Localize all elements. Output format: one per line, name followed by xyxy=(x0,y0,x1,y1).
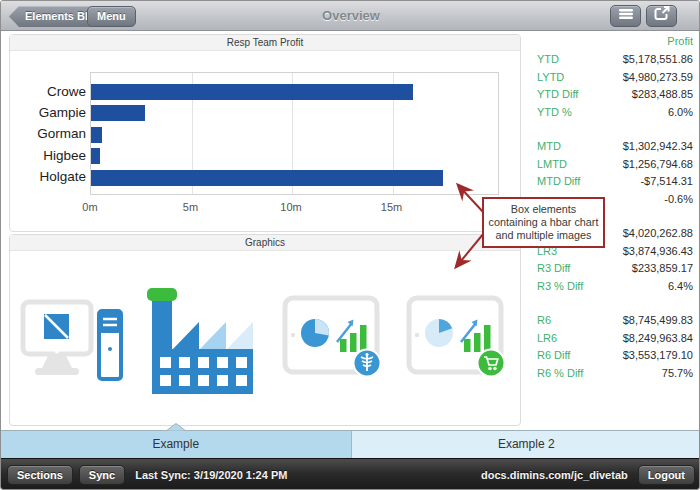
sidebar-row: MTD$1,302,942.34 xyxy=(523,138,700,156)
tablet-shopping-graphic xyxy=(406,295,510,385)
annotation-line: containing a hbar chart xyxy=(484,216,603,229)
sidebar-row-label: R6 xyxy=(523,312,607,330)
category-label-gorman: Gorman xyxy=(12,125,86,142)
sidebar-row: YTD %6.0% xyxy=(523,104,700,122)
bar-higbee[interactable] xyxy=(91,148,100,164)
hbar-plot xyxy=(90,72,499,195)
bottom-tab-bar: Example Example 2 xyxy=(1,430,700,458)
sidebar-row-value: $5,178,551.86 xyxy=(607,51,700,69)
sidebar-row: LR6$8,249,963.84 xyxy=(523,330,700,348)
x-tick-label: 10m xyxy=(280,201,301,213)
bar-gampie[interactable] xyxy=(91,105,145,121)
x-tick-label: 5m xyxy=(183,201,198,213)
sidebar-row-value: $283,488.85 xyxy=(607,86,700,104)
sections-button[interactable]: Sections xyxy=(7,465,73,485)
top-bar: Elements Block Menu Overview xyxy=(1,1,700,31)
tab-example[interactable]: Example xyxy=(1,431,351,458)
logout-button[interactable]: Logout xyxy=(638,465,695,485)
bar-crowe[interactable] xyxy=(91,84,413,100)
medical-badge-icon xyxy=(354,350,381,377)
annotation-line: and multiple images xyxy=(484,229,603,242)
annotation-callout: Box elements containing a hbar chart and… xyxy=(482,197,605,248)
sidebar-row-label: MTD xyxy=(523,138,607,156)
sidebar-row-label: YTD % xyxy=(523,104,607,122)
sidebar-row-value: $8,745,499.83 xyxy=(607,312,700,330)
sidebar-row-label: R6 % Diff xyxy=(523,365,607,383)
sidebar-row-label: YTD xyxy=(523,51,607,69)
tablet-medical-graphic xyxy=(282,295,386,385)
sidebar-row-value: 75.7% xyxy=(607,365,700,383)
chart-panel-title: Resp Team Profit xyxy=(10,35,520,51)
sidebar-row: R6 Diff$3,553,179.10 xyxy=(523,347,700,365)
sidebar-row: R6$8,745,499.83 xyxy=(523,312,700,330)
sidebar-row: YTD$5,178,551.86 xyxy=(523,51,700,69)
desktop-computer-graphic xyxy=(20,299,124,391)
share-icon xyxy=(653,6,670,27)
list-button[interactable] xyxy=(610,5,641,27)
sidebar-header: Profit xyxy=(523,31,700,51)
shopping-cart-badge-icon xyxy=(478,350,505,377)
category-label-higbee: Higbee xyxy=(12,147,86,164)
sync-button[interactable]: Sync xyxy=(79,465,125,485)
category-label-holgate: Holgate xyxy=(12,168,86,185)
sidebar-row-label: R6 Diff xyxy=(523,347,607,365)
status-bar: Sections Sync Last Sync: 3/19/2020 1:24 … xyxy=(1,458,700,490)
sidebar-row: YTD Diff$283,488.85 xyxy=(523,86,700,104)
sidebar-row-value: $3,553,179.10 xyxy=(607,347,700,365)
sidebar-row: R6 % Diff75.7% xyxy=(523,365,700,383)
list-icon xyxy=(618,7,634,26)
sidebar-row-value: 6.0% xyxy=(607,104,700,122)
sidebar-row-label: LR6 xyxy=(523,330,607,348)
sidebar-row-value: $4,980,273.59 xyxy=(607,69,700,87)
bar-gorman[interactable] xyxy=(91,127,102,143)
sidebar-row: LYTD$4,980,273.59 xyxy=(523,69,700,87)
category-label-gampie: Gampie xyxy=(12,104,86,121)
sidebar-row-value: $1,302,942.34 xyxy=(607,138,700,156)
category-label-crowe: Crowe xyxy=(12,83,86,100)
x-tick-label: 0m xyxy=(82,201,97,213)
sidebar-row-value: $8,249,963.84 xyxy=(607,330,700,348)
docs-url-text: docs.dimins.com/jc_divetab xyxy=(481,469,628,481)
selected-tab-notch xyxy=(166,423,186,431)
sidebar-group: R6$8,745,499.83LR6$8,249,963.84R6 Diff$3… xyxy=(523,312,700,382)
factory-graphic xyxy=(145,288,257,400)
page-title: Overview xyxy=(1,8,700,23)
bar-holgate[interactable] xyxy=(91,170,443,186)
sidebar-group: YTD$5,178,551.86LYTD$4,980,273.59YTD Dif… xyxy=(523,51,700,121)
sidebar-row-label: YTD Diff xyxy=(523,86,607,104)
last-sync-text: Last Sync: 3/19/2020 1:24 PM xyxy=(135,469,287,481)
tab-example-2[interactable]: Example 2 xyxy=(351,431,700,458)
sidebar-row-label: LYTD xyxy=(523,69,607,87)
divetab-window: Elements Block Menu Overview xyxy=(0,0,700,490)
share-button[interactable] xyxy=(646,5,677,27)
annotation-line: Box elements xyxy=(484,203,603,216)
x-tick-label: 15m xyxy=(381,201,402,213)
